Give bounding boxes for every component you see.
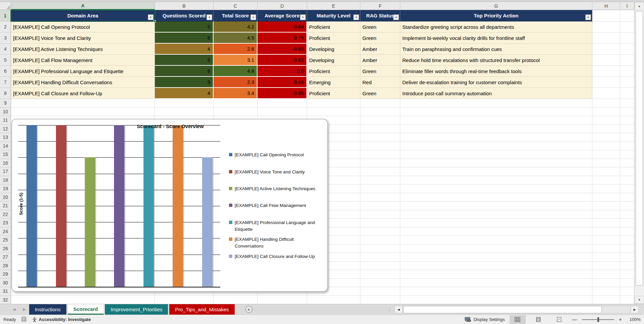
- cell-G17[interactable]: [400, 167, 592, 176]
- cell-H25[interactable]: [592, 236, 620, 245]
- cell-H3[interactable]: [592, 33, 620, 44]
- cell-H4[interactable]: [592, 44, 620, 55]
- cell-I2[interactable]: [620, 21, 634, 33]
- scorecard-chart[interactable]: Scorecard - Score OverviewScore (1-5)[EX…: [11, 119, 328, 292]
- sheet-tab-pro_tips_and_mistakes[interactable]: Pro_Tips_and_Mistakes: [169, 304, 234, 315]
- vertical-scrollbar[interactable]: ▲ ▼: [634, 2, 644, 304]
- row-header-18[interactable]: 18: [0, 176, 11, 185]
- cell-D6[interactable]: 0.8: [257, 66, 307, 77]
- cell-F32[interactable]: [360, 296, 400, 304]
- cell-F25[interactable]: [360, 236, 400, 245]
- cell-G8[interactable]: Introduce post-call summary automation: [400, 88, 592, 99]
- row-header-2[interactable]: 2: [0, 21, 11, 33]
- cell-I25[interactable]: [620, 236, 634, 245]
- cell-G31[interactable]: [400, 287, 592, 296]
- cell-A2[interactable]: [EXAMPLE] Call Opening Protocol: [11, 21, 155, 33]
- header-cell-C[interactable]: Total Score▼: [214, 10, 257, 21]
- column-header-G[interactable]: G: [400, 2, 592, 10]
- header-cell-B[interactable]: Questions Scored▼: [155, 10, 214, 21]
- cell-E4[interactable]: Developing: [307, 44, 360, 55]
- cell-A7[interactable]: [EXAMPLE] Handling Difficult Conversatio…: [11, 77, 155, 88]
- cell-I13[interactable]: [620, 133, 634, 142]
- page-layout-view-button[interactable]: [530, 315, 546, 324]
- tab-prev-icon[interactable]: ◀: [13, 307, 15, 312]
- cell-H23[interactable]: [592, 219, 620, 227]
- cell-G18[interactable]: [400, 176, 592, 185]
- cell-D2[interactable]: 0.84: [257, 21, 307, 33]
- cell-G5[interactable]: Reduce hold time escalations with struct…: [400, 55, 592, 66]
- zoom-slider-handle[interactable]: [597, 317, 599, 322]
- zoom-level[interactable]: 100%: [627, 317, 641, 322]
- row-header-16[interactable]: 16: [0, 159, 11, 168]
- cell-F24[interactable]: [360, 227, 400, 236]
- column-header-C[interactable]: C: [214, 2, 257, 10]
- cell-F19[interactable]: [360, 184, 400, 193]
- cell-C10[interactable]: [214, 108, 257, 116]
- cell-G20[interactable]: [400, 193, 592, 202]
- cell-G23[interactable]: [400, 219, 592, 227]
- cell-H13[interactable]: [592, 133, 620, 142]
- cell-C8[interactable]: 3.4: [214, 88, 257, 99]
- cell-F11[interactable]: [360, 116, 400, 125]
- row-header-10[interactable]: 10: [0, 108, 11, 116]
- row-header-23[interactable]: 23: [0, 219, 11, 227]
- cell-D10[interactable]: [257, 108, 307, 116]
- zoom-out-button[interactable]: —: [572, 317, 577, 323]
- cell-E5[interactable]: Developing: [307, 55, 360, 66]
- cell-B4[interactable]: 4: [155, 44, 214, 55]
- header-cell-D[interactable]: Average Score▼: [257, 10, 307, 21]
- cell-C6[interactable]: 4.8: [214, 66, 257, 77]
- scrollbar-resize-grip[interactable]: ⋮: [385, 307, 395, 312]
- cell-C32[interactable]: [214, 296, 257, 304]
- add-sheet-button[interactable]: +: [245, 306, 252, 313]
- row-header-9[interactable]: 9: [0, 99, 11, 108]
- row-header-28[interactable]: 28: [0, 262, 11, 270]
- cell-G6[interactable]: Eliminate filler words through real-time…: [400, 66, 592, 77]
- row-header-4[interactable]: 4: [0, 44, 11, 55]
- cell-I15[interactable]: [620, 150, 634, 159]
- cell-I19[interactable]: [620, 184, 634, 193]
- sheet-tab-improvement_priorities[interactable]: Improvement_Priorities: [105, 304, 168, 315]
- cell-H2[interactable]: [592, 21, 620, 33]
- cell-G32[interactable]: [400, 296, 592, 304]
- cell-I8[interactable]: [620, 88, 634, 99]
- cell-I9[interactable]: [620, 99, 634, 108]
- cell-F22[interactable]: [360, 210, 400, 219]
- cell-F8[interactable]: Green: [360, 88, 400, 99]
- select-all-corner[interactable]: [0, 2, 11, 10]
- cell-H11[interactable]: [592, 116, 620, 125]
- row-header-7[interactable]: 7: [0, 77, 11, 88]
- cell-A8[interactable]: [EXAMPLE] Call Closure and Follow-Up: [11, 88, 155, 99]
- accessibility-status[interactable]: Accessibility: Investigate: [32, 317, 91, 322]
- cell-F2[interactable]: Green: [360, 21, 400, 33]
- cell-G28[interactable]: [400, 262, 592, 270]
- filter-button-D[interactable]: ▼: [300, 14, 306, 20]
- cell-F17[interactable]: [360, 167, 400, 176]
- filter-button-B[interactable]: ▼: [207, 14, 212, 20]
- column-header-B[interactable]: B: [155, 2, 214, 10]
- cell-H8[interactable]: [592, 88, 620, 99]
- row-header-6[interactable]: 6: [0, 66, 11, 77]
- cell-H24[interactable]: [592, 227, 620, 236]
- cell-H1[interactable]: [592, 10, 620, 21]
- cell-D3[interactable]: 0.75: [257, 33, 307, 44]
- cell-F4[interactable]: Amber: [360, 44, 400, 55]
- cell-H32[interactable]: [592, 296, 620, 304]
- cell-D4[interactable]: 0.65: [257, 44, 307, 55]
- cell-F15[interactable]: [360, 150, 400, 159]
- cell-B3[interactable]: 6: [155, 33, 214, 44]
- cell-B9[interactable]: [155, 99, 214, 108]
- cell-F3[interactable]: Green: [360, 33, 400, 44]
- cell-H10[interactable]: [592, 108, 620, 116]
- column-header-I[interactable]: I: [620, 2, 634, 10]
- cell-I16[interactable]: [620, 159, 634, 168]
- cell-C2[interactable]: 4.2: [214, 21, 257, 33]
- cell-H16[interactable]: [592, 159, 620, 168]
- row-header-3[interactable]: 3: [0, 33, 11, 44]
- cell-I22[interactable]: [620, 210, 634, 219]
- cell-C9[interactable]: [214, 99, 257, 108]
- cell-H18[interactable]: [592, 176, 620, 185]
- horizontal-scrollbar-thumb[interactable]: [403, 306, 602, 313]
- cell-B6[interactable]: 6: [155, 66, 214, 77]
- filter-button-F[interactable]: ▼: [393, 14, 399, 20]
